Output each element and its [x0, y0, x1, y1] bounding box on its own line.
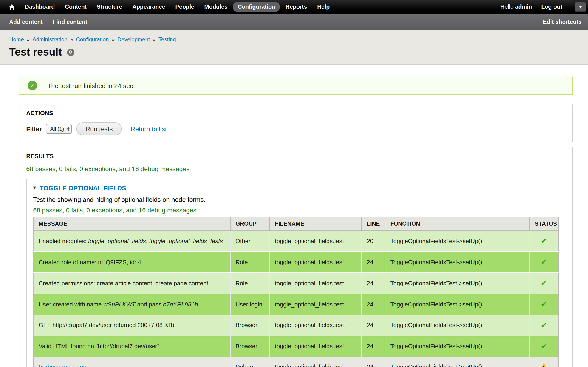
cell-function: ToggleOptionalFieldsTest->setUp() [385, 336, 530, 357]
page-title-row: Test result ⚙ [9, 46, 579, 58]
message-emphasis: o7qYRL986b [163, 301, 198, 308]
cell-line: 20 [362, 231, 385, 252]
cell-line: 24 [362, 252, 385, 273]
column-header-filename: FILENAME [270, 217, 362, 231]
cell-filename: toggle_optional_fields.test [270, 336, 362, 357]
collapse-arrow-icon[interactable]: ▼ [33, 186, 36, 190]
warning-exclamation: ! [543, 364, 544, 367]
test-group-title-link[interactable]: TOGGLE OPTIONAL FIELDS [40, 184, 126, 192]
message-emphasis: wSuPLKWT [103, 301, 136, 308]
check-icon: ✔ [541, 321, 547, 330]
shortcut-item-add-content[interactable]: Add content [9, 19, 43, 25]
logout-link[interactable]: Log out [541, 4, 562, 10]
toolbar-menu: DashboardContentStructureAppearancePeopl… [20, 2, 335, 12]
edit-shortcuts-link[interactable]: Edit shortcuts [543, 19, 582, 25]
cell-status: ✔ [529, 252, 558, 273]
toolbar-item-content[interactable]: Content [61, 2, 91, 12]
cell-function: ToggleOptionalFieldsTest->setUp() [385, 294, 530, 315]
table-row: Created role of name: nHQ9fFZS, id: 4Rol… [33, 252, 558, 273]
cell-group: Debug [230, 357, 269, 367]
select-stepper-icon: ▲ ▼ [67, 127, 70, 131]
cell-filename: toggle_optional_fields.test [270, 315, 362, 336]
chevron-down-icon: ▼ [579, 5, 582, 9]
home-icon-glyph [8, 3, 16, 10]
cell-message: User created with name wSuPLKWT and pass… [33, 294, 230, 315]
cell-group: Browser [230, 336, 269, 357]
cell-status: ✔ [529, 315, 558, 336]
message-text: Created permissions: create article cont… [39, 280, 208, 286]
breadcrumb-link-administration[interactable]: Administration [32, 36, 67, 43]
verbose-message-link[interactable]: Verbose message [39, 363, 86, 367]
check-icon: ✔ [541, 257, 547, 267]
test-group-description: Test the showing and hiding of optional … [33, 196, 559, 203]
toolbar-item-dashboard[interactable]: Dashboard [20, 2, 60, 12]
run-tests-button[interactable]: Run tests [77, 123, 122, 135]
table-row: GET http://drupal7.dev/user returned 200… [33, 315, 558, 336]
message-text: User created with name [39, 301, 103, 308]
breadcrumb-link-configuration[interactable]: Configuration [76, 36, 109, 43]
breadcrumb-separator: » [112, 36, 115, 43]
cell-line: 24 [362, 357, 385, 367]
gear-icon[interactable]: ⚙ [67, 48, 74, 56]
cell-group: Other [230, 231, 269, 252]
cell-line: 24 [362, 336, 385, 357]
cell-filename: toggle_optional_fields.test [270, 231, 362, 252]
status-message: ✓ The test run finished in 24 sec. [19, 77, 573, 94]
toolbar-item-help[interactable]: Help [313, 2, 334, 12]
breadcrumb-separator: » [70, 36, 73, 43]
return-to-list-link[interactable]: Return to list [131, 125, 167, 133]
toolbar-item-configuration[interactable]: Configuration [233, 2, 280, 12]
status-message-text: The test run finished in 24 sec. [47, 82, 135, 89]
cell-function: ToggleOptionalFieldsTest->setUp() [385, 315, 530, 336]
breadcrumb-link-testing[interactable]: Testing [158, 36, 176, 43]
filter-select-value: All (1) [50, 126, 64, 132]
table-row: Created permissions: create article cont… [33, 273, 558, 294]
shortcut-bar: Add contentFind content Edit shortcuts [0, 14, 588, 30]
page-title: Test result [9, 46, 62, 58]
toolbar-item-modules[interactable]: Modules [199, 2, 232, 12]
actions-row: Filter All (1) ▲ ▼ Run tests Return to l… [26, 123, 565, 135]
cell-function: ToggleOptionalFieldsTest->setUp() [385, 357, 530, 367]
cell-message: Valid HTML found on "http://drupal7.dev/… [33, 336, 230, 357]
message-text: Valid HTML found on "http://drupal7.dev/… [39, 343, 159, 350]
cell-message: Created role of name: nHQ9fFZS, id: 4 [33, 252, 230, 273]
cell-function: ToggleOptionalFieldsTest->setUp() [385, 252, 530, 273]
table-row: User created with name wSuPLKWT and pass… [33, 294, 558, 315]
page-header: Home»Administration»Configuration»Develo… [0, 30, 588, 65]
toolbar-user-area: Hello admin Log out [501, 4, 562, 10]
cell-group: User login [230, 294, 269, 315]
message-text: Enabled modules: [39, 237, 88, 244]
breadcrumb-link-home[interactable]: Home [9, 36, 24, 43]
breadcrumb: Home»Administration»Configuration»Develo… [9, 36, 579, 43]
toolbar-item-appearance[interactable]: Appearance [128, 2, 170, 12]
filter-select[interactable]: All (1) ▲ ▼ [46, 124, 72, 134]
toolbar-toggle-button[interactable]: ▼ [575, 2, 586, 12]
cell-function: ToggleOptionalFieldsTest->setUp() [385, 273, 530, 294]
message-text: and pass [136, 301, 163, 308]
cell-message: Created permissions: create article cont… [33, 273, 230, 294]
breadcrumb-separator: » [27, 36, 30, 43]
message-text: GET http://drupal7.dev/user returned 200… [39, 322, 176, 329]
cell-message: GET http://drupal7.dev/user returned 200… [33, 315, 230, 336]
home-icon[interactable] [6, 2, 18, 12]
warning-icon: ! [540, 363, 548, 367]
toolbar-item-structure[interactable]: Structure [92, 2, 127, 12]
breadcrumb-link-development[interactable]: Development [117, 36, 150, 43]
column-header-group: GROUP [230, 217, 269, 231]
cell-status: ✔ [529, 336, 558, 357]
filter-label: Filter [26, 125, 42, 133]
cell-function: ToggleOptionalFieldsTest->setUp() [385, 231, 530, 252]
cell-group: Role [230, 252, 269, 273]
cell-status: ! [529, 357, 558, 367]
results-summary: 68 passes, 0 fails, 0 exceptions, and 16… [26, 165, 565, 173]
check-icon: ✔ [541, 278, 547, 288]
cell-filename: toggle_optional_fields.test [270, 273, 362, 294]
cell-status: ✔ [529, 294, 558, 315]
toolbar-item-reports[interactable]: Reports [281, 2, 312, 12]
cell-message: Enabled modules: toggle_optional_fields,… [33, 231, 230, 252]
toolbar-item-people[interactable]: People [171, 2, 199, 12]
table-row: Verbose messageDebugtoggle_optional_fiel… [33, 357, 558, 367]
shortcut-item-find-content[interactable]: Find content [53, 19, 87, 25]
message-emphasis: toggle_optional_fields [88, 237, 146, 244]
cell-filename: toggle_optional_fields.test [270, 252, 362, 273]
